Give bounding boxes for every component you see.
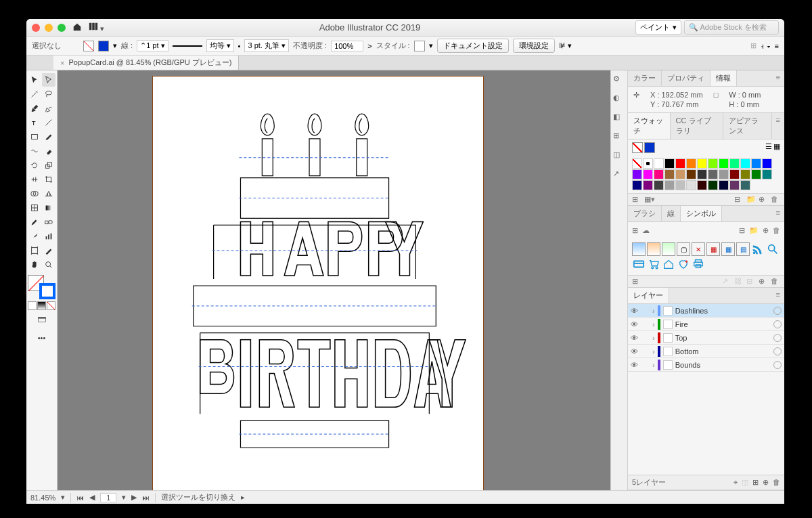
stock-search-input[interactable]: 🔍 Adobe Stock を検索 [684,20,779,35]
rotate-tool[interactable] [28,158,41,172]
curvature-tool[interactable] [42,102,55,115]
new-swatch-icon[interactable]: ⊕ [759,195,768,204]
panel-menu-icon[interactable]: ≡ [772,288,784,303]
swatch[interactable] [686,180,696,190]
expand-icon[interactable]: › [652,334,655,342]
swatch[interactable] [686,169,696,179]
symbol-heart-plus-icon[interactable] [677,257,690,271]
locate-object-icon[interactable]: ⌖ [734,478,738,487]
dock-export-icon[interactable]: ↗ [613,169,625,181]
maximize-window-button[interactable] [58,24,66,32]
swatch[interactable] [632,180,642,190]
swatch[interactable] [708,180,718,190]
artboard-nav-last-icon[interactable]: ⏭ [142,494,150,502]
layer-row[interactable]: 👁 › Top [628,331,784,345]
panel-menu-icon[interactable]: ≡ [772,113,784,139]
brush-options-icon[interactable]: ⊟ [739,226,745,235]
swatch[interactable] [697,158,707,169]
dock-pathfinder-icon[interactable]: ◫ [613,150,625,163]
swatch[interactable] [719,180,729,190]
magic-wand-tool[interactable] [28,87,41,101]
stroke-profile-preview[interactable] [173,45,202,47]
panel-menu-icon[interactable]: ≡ [772,70,784,86]
edit-toolbar-button[interactable]: ••• [28,329,55,347]
symbol-button-2[interactable] [647,242,660,256]
swatch-list-view-icon[interactable]: ☰ [765,142,772,153]
swatch[interactable] [697,169,707,179]
swatch[interactable] [654,180,664,190]
artboard-nav-prev-icon[interactable]: ◀ [89,493,95,502]
layer-target-icon[interactable] [773,320,782,328]
swatch[interactable] [664,180,675,190]
panel-menu-icon[interactable]: ≡ [772,206,784,221]
canvas-area[interactable] [58,70,610,490]
fill-swatch[interactable] [83,41,94,51]
fill-stroke-indicator[interactable] [28,275,55,299]
symbol-no[interactable]: ✕ [692,242,705,256]
layer-row[interactable]: 👁 › Bottom [628,345,784,358]
direct-selection-tool[interactable] [42,73,55,87]
swatch[interactable] [654,158,664,169]
blend-tool[interactable] [42,215,55,229]
layer-target-icon[interactable] [773,361,782,369]
expand-icon[interactable]: › [652,361,655,369]
layer-target-icon[interactable] [773,307,782,315]
expand-icon[interactable]: › [652,347,655,355]
shaper-tool[interactable] [28,144,41,158]
artboard-number[interactable]: 1 [100,493,116,502]
selection-tool[interactable] [28,73,41,87]
swatch[interactable] [675,169,685,179]
symbol-sprayer-tool[interactable] [28,230,41,243]
swatch[interactable] [675,180,685,190]
new-brush-icon[interactable]: ⊕ [763,226,769,235]
zoom-tool[interactable] [42,258,55,272]
stroke-indicator[interactable] [39,283,55,299]
tab-color[interactable]: カラー [628,70,662,86]
swatch[interactable] [729,169,740,179]
color-mode-solid[interactable] [28,301,37,310]
workspace-switcher[interactable]: ペイント▾ [635,20,681,35]
swatch[interactable] [751,169,761,179]
tab-cc-library[interactable]: CC ライブラリ [671,113,723,139]
tab-layers[interactable]: レイヤー [628,288,669,303]
align-panel-icon[interactable]: ⫞ ▾ [761,42,771,50]
new-sublayer-icon[interactable]: ⊞ [752,478,759,487]
dock-properties-icon[interactable]: ⚙ [613,74,625,87]
tab-properties[interactable]: プロパティ [662,70,710,86]
tab-stroke[interactable]: 線 [662,206,681,221]
type-tool[interactable]: T [28,116,41,129]
expand-icon[interactable]: › [652,320,655,328]
symbol-grid-blue[interactable]: ▦ [721,242,735,256]
color-mode-none[interactable] [47,301,55,310]
visibility-icon[interactable]: 👁 [631,347,640,355]
color-mode-gradient[interactable] [37,301,46,310]
symbol-cart-icon[interactable] [647,257,660,271]
layer-row[interactable]: 👁 › Bounds [628,358,784,372]
swatch-grid-view-icon[interactable]: ▦ [773,142,780,153]
swatch[interactable] [643,169,653,179]
swatch[interactable] [664,158,675,169]
rectangle-tool[interactable] [28,130,41,144]
align-icon[interactable]: ⊯ ▾ [559,41,572,50]
column-graph-tool[interactable] [42,230,55,243]
brush-library-icon[interactable]: ⊞ [632,226,638,235]
stroke-weight-input[interactable]: ⌃1 pt ▾ [137,40,168,51]
doc-setup-button[interactable]: ドキュメント設定 [437,39,509,53]
hand-tool[interactable] [28,258,41,272]
visibility-icon[interactable]: 👁 [631,334,640,342]
tab-brushes[interactable]: ブラシ [628,206,662,221]
artboard-nav-first-icon[interactable]: ⏮ [76,494,84,502]
eyedropper-tool[interactable] [28,215,41,229]
layer-target-icon[interactable] [773,347,782,355]
shape-builder-tool[interactable] [28,187,41,200]
screen-mode-button[interactable] [28,311,55,328]
brush-select[interactable]: 3 pt. 丸筆 ▾ [244,39,289,52]
dock-color-icon[interactable]: ◐ [613,93,625,106]
swatch[interactable] [719,158,729,169]
symbol-library-icon[interactable]: ⊞ [632,277,641,286]
perspective-grid-tool[interactable] [42,187,55,200]
symbol-button-3[interactable] [662,242,675,256]
symbol-box-1[interactable]: ▢ [677,242,690,256]
swatch[interactable] [664,169,675,179]
delete-layer-icon[interactable]: 🗑 [773,478,780,487]
